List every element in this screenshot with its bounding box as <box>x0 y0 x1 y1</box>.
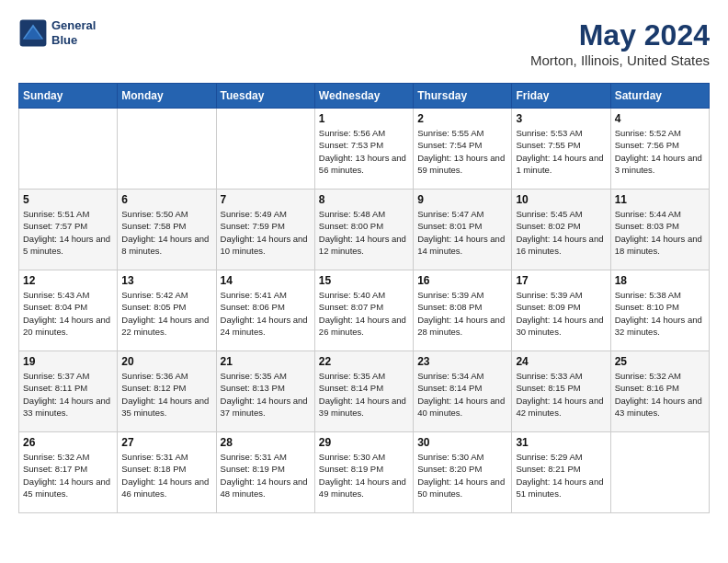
day-info: Sunrise: 5:55 AM Sunset: 7:54 PM Dayligh… <box>417 127 507 176</box>
calendar-cell: 11Sunrise: 5:44 AM Sunset: 8:03 PM Dayli… <box>610 190 709 270</box>
day-info: Sunrise: 5:38 AM Sunset: 8:10 PM Dayligh… <box>615 289 705 338</box>
header-row: SundayMondayTuesdayWednesdayThursdayFrid… <box>19 84 710 109</box>
calendar-cell <box>118 109 216 190</box>
day-info: Sunrise: 5:30 AM Sunset: 8:19 PM Dayligh… <box>319 451 409 500</box>
calendar-cell: 13Sunrise: 5:42 AM Sunset: 8:05 PM Dayli… <box>118 270 216 351</box>
day-info: Sunrise: 5:43 AM Sunset: 8:04 PM Dayligh… <box>23 289 113 338</box>
calendar-cell: 26Sunrise: 5:32 AM Sunset: 8:17 PM Dayli… <box>19 432 118 513</box>
day-number: 14 <box>221 274 311 287</box>
day-info: Sunrise: 5:42 AM Sunset: 8:05 PM Dayligh… <box>121 289 211 338</box>
calendar-cell: 23Sunrise: 5:34 AM Sunset: 8:14 PM Dayli… <box>414 351 512 432</box>
day-info: Sunrise: 5:51 AM Sunset: 7:57 PM Dayligh… <box>23 208 113 257</box>
week-row-3: 12Sunrise: 5:43 AM Sunset: 8:04 PM Dayli… <box>19 270 710 351</box>
day-number: 4 <box>615 112 705 125</box>
logo-line2: Blue <box>51 33 96 48</box>
day-number: 16 <box>417 274 507 287</box>
day-number: 28 <box>221 436 311 449</box>
day-info: Sunrise: 5:37 AM Sunset: 8:11 PM Dayligh… <box>23 370 113 419</box>
calendar-cell: 17Sunrise: 5:39 AM Sunset: 8:09 PM Dayli… <box>512 270 610 351</box>
day-number: 25 <box>615 355 705 368</box>
logo-text: General Blue <box>51 18 96 47</box>
day-info: Sunrise: 5:40 AM Sunset: 8:07 PM Dayligh… <box>319 289 409 338</box>
day-number: 11 <box>615 193 705 206</box>
calendar-cell: 24Sunrise: 5:33 AM Sunset: 8:15 PM Dayli… <box>512 351 610 432</box>
week-row-4: 19Sunrise: 5:37 AM Sunset: 8:11 PM Dayli… <box>19 351 710 432</box>
day-info: Sunrise: 5:31 AM Sunset: 8:19 PM Dayligh… <box>221 451 311 500</box>
day-number: 17 <box>516 274 606 287</box>
calendar-cell <box>19 109 118 190</box>
day-number: 20 <box>121 355 211 368</box>
day-info: Sunrise: 5:49 AM Sunset: 7:59 PM Dayligh… <box>221 208 311 257</box>
day-number: 12 <box>23 274 113 287</box>
calendar-table: SundayMondayTuesdayWednesdayThursdayFrid… <box>18 83 710 513</box>
day-info: Sunrise: 5:33 AM Sunset: 8:15 PM Dayligh… <box>516 370 606 419</box>
week-row-2: 5Sunrise: 5:51 AM Sunset: 7:57 PM Daylig… <box>19 190 710 270</box>
calendar-cell: 18Sunrise: 5:38 AM Sunset: 8:10 PM Dayli… <box>610 270 709 351</box>
day-info: Sunrise: 5:31 AM Sunset: 8:18 PM Dayligh… <box>121 451 211 500</box>
calendar-subtitle: Morton, Illinois, United States <box>530 52 710 68</box>
day-info: Sunrise: 5:52 AM Sunset: 7:56 PM Dayligh… <box>615 127 705 176</box>
logo: General Blue <box>18 18 96 48</box>
page-header: General Blue May 2024 Morton, Illinois, … <box>18 18 710 68</box>
day-number: 1 <box>319 112 409 125</box>
day-number: 31 <box>516 436 606 449</box>
day-info: Sunrise: 5:32 AM Sunset: 8:16 PM Dayligh… <box>615 370 705 419</box>
calendar-cell: 22Sunrise: 5:35 AM Sunset: 8:14 PM Dayli… <box>314 351 413 432</box>
day-number: 27 <box>121 436 211 449</box>
day-number: 6 <box>121 193 211 206</box>
header-thursday: Thursday <box>414 84 512 109</box>
calendar-cell: 9Sunrise: 5:47 AM Sunset: 8:01 PM Daylig… <box>414 190 512 270</box>
calendar-cell: 7Sunrise: 5:49 AM Sunset: 7:59 PM Daylig… <box>216 190 314 270</box>
calendar-cell: 31Sunrise: 5:29 AM Sunset: 8:21 PM Dayli… <box>512 432 610 513</box>
day-info: Sunrise: 5:35 AM Sunset: 8:14 PM Dayligh… <box>319 370 409 419</box>
day-info: Sunrise: 5:47 AM Sunset: 8:01 PM Dayligh… <box>417 208 507 257</box>
calendar-cell <box>216 109 314 190</box>
header-saturday: Saturday <box>610 84 709 109</box>
calendar-cell: 27Sunrise: 5:31 AM Sunset: 8:18 PM Dayli… <box>118 432 216 513</box>
calendar-header: SundayMondayTuesdayWednesdayThursdayFrid… <box>19 84 710 109</box>
calendar-cell <box>610 432 709 513</box>
header-sunday: Sunday <box>19 84 118 109</box>
day-number: 22 <box>319 355 409 368</box>
day-number: 9 <box>417 193 507 206</box>
calendar-cell: 5Sunrise: 5:51 AM Sunset: 7:57 PM Daylig… <box>19 190 118 270</box>
header-wednesday: Wednesday <box>314 84 413 109</box>
calendar-title: May 2024 <box>530 18 710 52</box>
calendar-cell: 30Sunrise: 5:30 AM Sunset: 8:20 PM Dayli… <box>414 432 512 513</box>
day-number: 5 <box>23 193 113 206</box>
day-number: 7 <box>221 193 311 206</box>
day-info: Sunrise: 5:30 AM Sunset: 8:20 PM Dayligh… <box>417 451 507 500</box>
calendar-cell: 16Sunrise: 5:39 AM Sunset: 8:08 PM Dayli… <box>414 270 512 351</box>
day-info: Sunrise: 5:36 AM Sunset: 8:12 PM Dayligh… <box>121 370 211 419</box>
calendar-cell: 1Sunrise: 5:56 AM Sunset: 7:53 PM Daylig… <box>314 109 413 190</box>
day-info: Sunrise: 5:48 AM Sunset: 8:00 PM Dayligh… <box>319 208 409 257</box>
day-info: Sunrise: 5:41 AM Sunset: 8:06 PM Dayligh… <box>221 289 311 338</box>
day-info: Sunrise: 5:45 AM Sunset: 8:02 PM Dayligh… <box>516 208 606 257</box>
calendar-cell: 29Sunrise: 5:30 AM Sunset: 8:19 PM Dayli… <box>314 432 413 513</box>
day-info: Sunrise: 5:35 AM Sunset: 8:13 PM Dayligh… <box>221 370 311 419</box>
day-info: Sunrise: 5:29 AM Sunset: 8:21 PM Dayligh… <box>516 451 606 500</box>
day-info: Sunrise: 5:44 AM Sunset: 8:03 PM Dayligh… <box>615 208 705 257</box>
calendar-cell: 10Sunrise: 5:45 AM Sunset: 8:02 PM Dayli… <box>512 190 610 270</box>
calendar-cell: 8Sunrise: 5:48 AM Sunset: 8:00 PM Daylig… <box>314 190 413 270</box>
week-row-1: 1Sunrise: 5:56 AM Sunset: 7:53 PM Daylig… <box>19 109 710 190</box>
logo-line1: General <box>51 18 96 33</box>
day-number: 24 <box>516 355 606 368</box>
title-block: May 2024 Morton, Illinois, United States <box>530 18 710 68</box>
calendar-cell: 15Sunrise: 5:40 AM Sunset: 8:07 PM Dayli… <box>314 270 413 351</box>
day-info: Sunrise: 5:56 AM Sunset: 7:53 PM Dayligh… <box>319 127 409 176</box>
day-info: Sunrise: 5:34 AM Sunset: 8:14 PM Dayligh… <box>417 370 507 419</box>
calendar-cell: 19Sunrise: 5:37 AM Sunset: 8:11 PM Dayli… <box>19 351 118 432</box>
calendar-cell: 12Sunrise: 5:43 AM Sunset: 8:04 PM Dayli… <box>19 270 118 351</box>
day-info: Sunrise: 5:53 AM Sunset: 7:55 PM Dayligh… <box>516 127 606 176</box>
header-monday: Monday <box>118 84 216 109</box>
calendar-cell: 20Sunrise: 5:36 AM Sunset: 8:12 PM Dayli… <box>118 351 216 432</box>
day-number: 13 <box>121 274 211 287</box>
day-number: 19 <box>23 355 113 368</box>
day-number: 30 <box>417 436 507 449</box>
calendar-cell: 3Sunrise: 5:53 AM Sunset: 7:55 PM Daylig… <box>512 109 610 190</box>
day-number: 3 <box>516 112 606 125</box>
header-friday: Friday <box>512 84 610 109</box>
calendar-cell: 21Sunrise: 5:35 AM Sunset: 8:13 PM Dayli… <box>216 351 314 432</box>
calendar-cell: 6Sunrise: 5:50 AM Sunset: 7:58 PM Daylig… <box>118 190 216 270</box>
